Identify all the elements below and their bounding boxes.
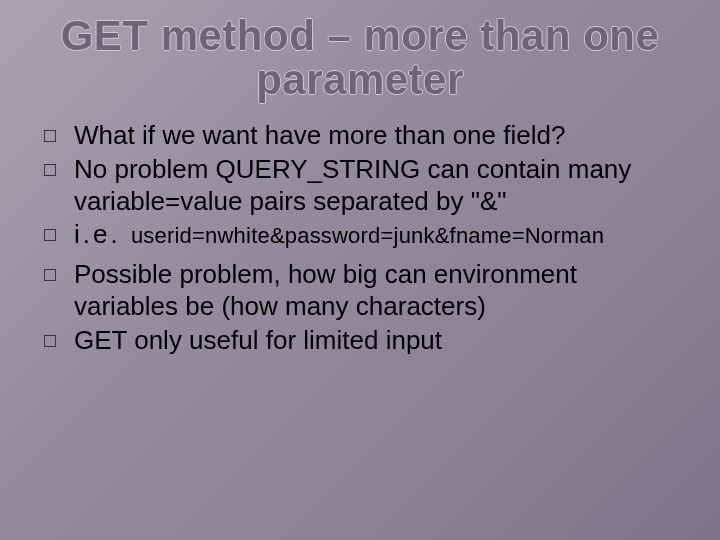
bullet-marker-icon: [44, 269, 56, 281]
bullet-item: i.e. userid=nwhite&password=junk&fname=N…: [44, 219, 676, 251]
bullet-text: i.e. userid=nwhite&password=junk&fname=N…: [74, 219, 676, 251]
bullet-text: Possible problem, how big can environmen…: [74, 259, 676, 322]
example-lead: i.e.: [74, 219, 131, 249]
example-code: userid=nwhite&password=junk&fname=Norman: [131, 223, 604, 248]
bullet-item: Possible problem, how big can environmen…: [44, 259, 676, 322]
bullet-item: GET only useful for limited input: [44, 325, 676, 357]
bullet-text: No problem QUERY_STRING can contain many…: [74, 154, 676, 217]
title-line-1: GET method – more than one: [61, 12, 660, 59]
bullet-marker-icon: [44, 130, 56, 142]
bullet-marker-icon: [44, 164, 56, 176]
bullet-text: What if we want have more than one field…: [74, 120, 676, 152]
bullet-text: GET only useful for limited input: [74, 325, 676, 357]
slide-body: What if we want have more than one field…: [44, 120, 676, 356]
bullet-marker-icon: [44, 229, 56, 241]
slide-title: GET method – more than one parameter: [44, 0, 676, 102]
slide: GET method – more than one parameter Wha…: [0, 0, 720, 540]
title-line-2: parameter: [256, 56, 464, 103]
bullet-marker-icon: [44, 335, 56, 347]
bullet-item: What if we want have more than one field…: [44, 120, 676, 152]
bullet-item: No problem QUERY_STRING can contain many…: [44, 154, 676, 217]
